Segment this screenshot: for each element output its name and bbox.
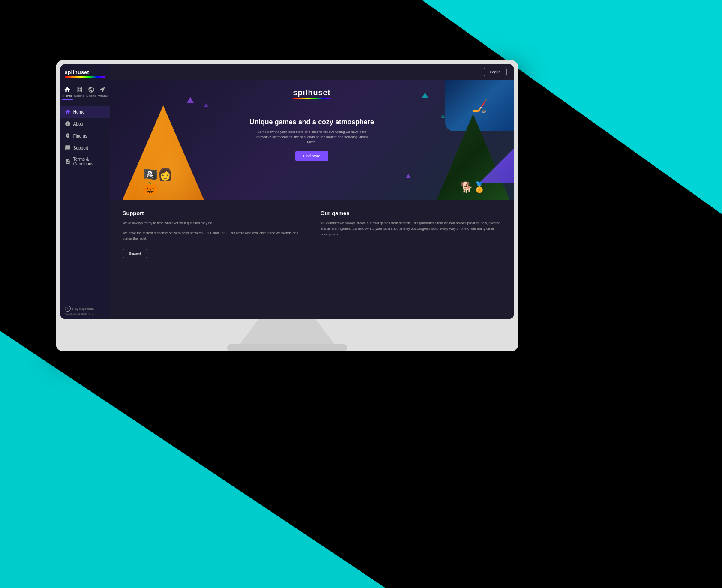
hero-logo-area: spilhuset <box>293 88 330 99</box>
nav-icon-casino[interactable]: Casino <box>73 84 85 100</box>
tri-purple-br <box>406 174 411 178</box>
site-header: Log in <box>110 64 514 80</box>
top-nav-icons: Home Casino Sports <box>60 81 110 102</box>
games-title: Our games <box>321 210 501 216</box>
support-text2: We have the fastest response on weekdays… <box>123 231 303 242</box>
website: spilhuset Home <box>60 64 514 319</box>
age-badge: 18+ Play responsibly <box>65 306 105 312</box>
nav-icon-sports-label: Sports <box>86 94 96 98</box>
sidebar-item-home[interactable]: Home <box>60 106 110 118</box>
home-icon <box>64 86 71 93</box>
nav-icon-casino-label: Casino <box>74 94 84 98</box>
hero-logo-text: spilhuset <box>293 88 330 97</box>
sidebar-findus-label: Find us <box>73 134 87 138</box>
pirate-characters: 🏴‍☠️👩🎃 <box>143 167 183 195</box>
sidebar-home-icon <box>65 109 71 115</box>
hero-center: Unique games and a cozy atmosphere Come … <box>241 118 383 161</box>
tri-purple-tl2 <box>204 103 208 107</box>
tri-cyan-tr <box>422 93 428 98</box>
hero-title: Unique games and a cozy atmosphere <box>249 118 374 126</box>
sidebar-footer: 18+ Play responsibly StopSpillet.dk ROFU… <box>60 302 110 319</box>
sidebar-item-support[interactable]: Support <box>60 142 110 154</box>
main-content: Log in 🏒 <box>110 64 514 319</box>
sidebar-terms-icon <box>65 159 71 165</box>
games-text: At Spilhuset we always create our own ga… <box>321 221 501 237</box>
pirate-triangle: 🏴‍☠️👩🎃 <box>123 105 204 200</box>
hero-subtitle: Come down to your local store and experi… <box>252 129 371 145</box>
sidebar-menu: Home About Find us <box>60 102 110 302</box>
sidebar-item-find-us[interactable]: Find us <box>60 130 110 142</box>
monitor-base <box>227 344 347 351</box>
sidebar-home-label: Home <box>73 110 85 114</box>
age-circle: 18+ <box>65 306 71 312</box>
sidebar-support-icon <box>65 145 71 151</box>
bg-teal-bottom-left <box>0 331 386 588</box>
nav-icon-home-label: Home <box>63 94 72 98</box>
sidebar-logo: spilhuset <box>60 64 110 81</box>
games-section: Our games At Spilhuset we always create … <box>321 210 501 310</box>
monitor-stand <box>240 319 334 344</box>
support-title: Support <box>123 210 303 216</box>
nav-icon-virtual-label: Virtual <box>98 94 108 98</box>
responsible-text: Play responsibly <box>72 307 94 310</box>
nav-icon-sports[interactable]: Sports <box>85 84 97 100</box>
logo-text: spilhuset <box>65 69 105 75</box>
sidebar-terms-label: Terms & Conditions <box>73 157 105 166</box>
dog-characters: 🐕🏅 <box>460 181 486 193</box>
support-section: Support We're always ready to help whate… <box>123 210 303 310</box>
bottom-sections: Support We're always ready to help whate… <box>110 200 514 319</box>
sidebar-item-terms[interactable]: Terms & Conditions <box>60 154 110 169</box>
dog-triangle: 🐕🏅 <box>437 114 509 200</box>
sidebar-item-about[interactable]: About <box>60 118 110 130</box>
sidebar-about-icon <box>65 121 71 127</box>
monitor-screen: spilhuset Home <box>60 64 514 319</box>
tri-purple-tl <box>187 97 194 103</box>
footer-links: StopSpillet.dk ROFUS.nu <box>65 313 105 315</box>
nav-icon-home[interactable]: Home <box>62 84 73 100</box>
virtual-icon <box>99 86 106 93</box>
hero-logo-rainbow <box>293 98 330 99</box>
sidebar-about-label: About <box>73 122 84 126</box>
casino-icon <box>76 86 83 93</box>
sidebar-support-label: Support <box>73 146 88 150</box>
sports-icon <box>88 86 95 93</box>
login-button[interactable]: Log in <box>484 68 507 76</box>
nav-icon-virtual[interactable]: Virtual <box>97 84 108 100</box>
sidebar-findus-icon <box>65 133 71 139</box>
support-text1: We're always ready to help whatever your… <box>123 221 303 226</box>
monitor: spilhuset Home <box>56 60 518 351</box>
hero-section: 🏒 🏴‍☠️👩🎃 <box>110 80 514 200</box>
logo-rainbow <box>65 76 105 78</box>
find-store-button[interactable]: Find store <box>295 151 328 161</box>
sidebar: spilhuset Home <box>60 64 110 319</box>
support-button[interactable]: Support <box>123 249 147 258</box>
